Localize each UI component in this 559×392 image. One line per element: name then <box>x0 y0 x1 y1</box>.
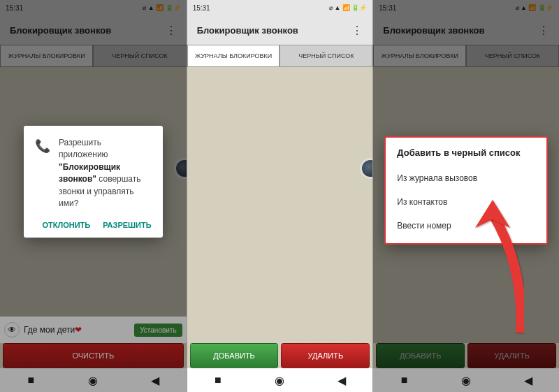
tab-logs[interactable]: ЖУРНАЛЫ БЛОКИРОВКИ <box>187 45 280 67</box>
permission-text: Разрешить приложению "Блокировщик звонко… <box>59 137 152 210</box>
decoration-orb <box>360 158 372 179</box>
bottom-buttons: ДОБАВИТЬ УДАЛИТЬ <box>187 343 373 368</box>
status-bar: 15:31 ⌀ ▲ 📶 🔋⚡ <box>187 0 373 15</box>
android-nav-bar: ■ ◉ ◀ <box>187 368 373 392</box>
nav-back-icon[interactable]: ◀ <box>337 375 347 385</box>
nav-recents-icon[interactable]: ■ <box>213 375 223 385</box>
add-button[interactable]: ДОБАВИТЬ <box>190 343 279 368</box>
permission-dialog: 📞 Разрешить приложению "Блокировщик звон… <box>24 126 163 238</box>
menu-item-enter-number[interactable]: Ввести номер <box>397 214 535 238</box>
deny-button[interactable]: ОТКЛОНИТЬ <box>42 221 90 229</box>
allow-button[interactable]: РАЗРЕШИТЬ <box>103 221 151 229</box>
add-to-blacklist-menu: Добавить в черный список Из журнала вызо… <box>384 136 548 245</box>
app-bar: Блокировщик звонков ⋮ <box>187 15 373 45</box>
phone-screen-3: 15:31 ⌀ ▲ 📶 🔋⚡ Блокировщик звонков ⋮ ЖУР… <box>372 0 559 392</box>
status-time: 15:31 <box>193 4 210 12</box>
menu-item-from-contacts[interactable]: Из контактов <box>397 190 535 214</box>
delete-button[interactable]: УДАЛИТЬ <box>281 343 370 368</box>
phone-screen-1: 15:31 ⌀ ▲ 📶 🔋⚡ Блокировщик звонков ⋮ ЖУР… <box>0 0 187 392</box>
content-area <box>187 67 373 343</box>
tabs: ЖУРНАЛЫ БЛОКИРОВКИ ЧЕРНЫЙ СПИСОК <box>187 45 373 67</box>
status-icons: ⌀ ▲ 📶 🔋⚡ <box>329 4 367 11</box>
tab-blacklist[interactable]: ЧЕРНЫЙ СПИСОК <box>280 45 372 67</box>
menu-title: Добавить в черный список <box>397 147 535 158</box>
app-title: Блокировщик звонков <box>197 25 298 36</box>
more-icon[interactable]: ⋮ <box>351 24 363 37</box>
menu-item-from-log[interactable]: Из журнала вызовов <box>397 166 535 190</box>
nav-home-icon[interactable]: ◉ <box>275 375 284 385</box>
phone-icon: 📞 <box>35 138 50 210</box>
phone-screen-2: 15:31 ⌀ ▲ 📶 🔋⚡ Блокировщик звонков ⋮ ЖУР… <box>187 0 373 392</box>
